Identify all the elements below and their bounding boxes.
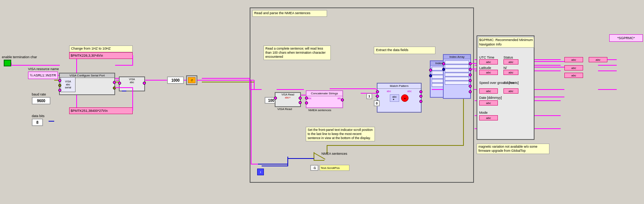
visa-resource-control[interactable]: ½ ASRL1::INSTR [28,72,58,79]
nmea-subdiagram: Read and parse the NMEA sentences Read a… [250,7,474,183]
status-label: Status [503,56,513,59]
sgprmc-title: $GPRMC: Recommended Minimum Navigation I… [478,37,534,48]
date-label: Date [ddmmyy] [479,96,502,100]
speed-indicator: abc [479,88,498,94]
mode-indicator: abc [479,115,498,120]
baud-rate-label: baud rate [32,92,46,96]
change-freq-annotation: Change from 1HZ to 10HZ [69,45,133,52]
mode-label: Mode [479,111,488,114]
invoke-node-1[interactable]: VISA abc [119,76,145,91]
date-indicator: abc [479,100,498,106]
count-control[interactable]: 1000 [167,76,184,84]
zero-index-const: 0 [374,100,380,106]
course-indicator: abc [503,88,518,94]
nmea-sentences-label2: NMEA sentences [321,152,347,156]
scroll-annotation: Set the front-panel text indicator scrol… [306,127,375,141]
visa-resource-label: VISA resource name [28,67,59,71]
sgprmc-block: $GPRMC: Recommended Minimum Navigation I… [477,35,534,140]
visa-read-block[interactable]: VISA Read abc+ VISA Read [275,92,301,107]
match-pattern-block[interactable]: Match Pattern abc abc abc✦ ● [377,83,422,113]
visa-config-block[interactable]: VISA Configure Serial Port VISAabcserial [59,73,115,95]
course-label: Course [503,81,514,85]
data-bits-label: data bits [32,114,44,118]
latitude-label: Latitude [479,66,491,70]
n-label: N/ [503,66,507,70]
lat-right-indicator: abc [564,65,583,70]
status-right-indicator: abc [589,57,607,62]
n-right-indicator: abc [564,73,583,78]
enable-term-char-control[interactable] [4,60,11,66]
concat-strings-block[interactable]: Concatenate Strings abc abc NMEA sentenc… [306,90,343,108]
one-const: 1 [366,93,372,99]
extract-fields-annotation: Extract the data fields [374,47,435,54]
index-array-block-2[interactable]: Index Array [443,54,471,99]
data-bits-control[interactable]: 8 [32,119,43,126]
enable-term-char-label: enable termination char [2,55,37,59]
utc-time-label: UTC Time [479,56,494,59]
n-indicator: abc [503,70,518,75]
wait-function: ⏱ [186,75,197,85]
text-scroll-pos[interactable]: Text.ScrollPos [320,165,349,171]
freq-change-cmd: $PMTK226,3,30*4\r\n [69,52,133,59]
read-sentence-annotation: Read a complete sentence; will read less… [264,45,331,60]
status-indicator: abc [503,59,518,65]
block-diagram-canvas: enable termination char VISA resource na… [0,0,644,204]
mag-variation-note: magnetic variation not available w/o som… [477,144,549,154]
neg-one-const: -1 [310,165,318,171]
latitude-indicator: abc [479,70,498,75]
baud-rate-control[interactable]: 9600 [32,97,50,104]
sgprmc-tag: *SGPRMC* [609,34,643,42]
utc-right-indicator: abc [564,57,583,62]
baud-cmd: $PMTK251,38400*27\r\n [69,107,133,114]
iteration-terminal: i [257,169,264,175]
nmea-subdiagram-label: Read and parse the NMEA sentences [252,10,327,17]
utc-time-indicator: abc [479,59,498,65]
